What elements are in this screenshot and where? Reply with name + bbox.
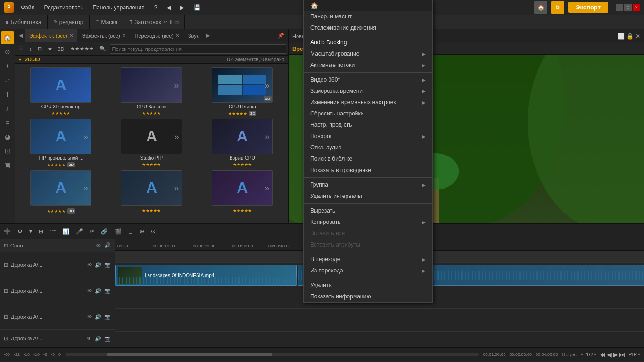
effect-item-gpu3d[interactable]: A GPU 3D-редактор ★★★★★ xyxy=(17,67,105,116)
tab-title[interactable]: T Заголовок ↩ ⬆ ▭ xyxy=(124,15,185,29)
stars-filter[interactable]: ★ xyxy=(46,45,54,53)
effects-tab-all1[interactable]: Эффекты: (все) ✕ xyxy=(25,29,77,42)
btn-play[interactable]: ▶ xyxy=(613,351,618,358)
sidebar-media[interactable]: ⊙ xyxy=(1,45,14,58)
nav-back[interactable]: ◀ xyxy=(164,3,173,12)
ctx-pan-zoom[interactable]: Панор. и масшт. xyxy=(304,11,432,22)
ctx-reset-settings[interactable]: Сбросить настройки xyxy=(304,108,432,119)
ctx-show-info[interactable]: Показать информацию xyxy=(304,291,432,302)
export-button[interactable]: Экспорт xyxy=(568,2,608,13)
effects-tab-transitions[interactable]: Переходы: (все) ✕ xyxy=(131,29,183,42)
sidebar-effects[interactable]: ✦ xyxy=(1,59,14,73)
sidebar-motion[interactable]: ⊡ xyxy=(1,144,14,157)
preview-expand-btn[interactable]: ⬜ xyxy=(618,33,625,40)
close-tab-1[interactable]: ✕ xyxy=(69,33,73,38)
close-btn[interactable]: ✕ xyxy=(633,4,640,11)
ctx-scaling[interactable]: Масштабирование ▶ xyxy=(304,48,432,59)
ctx-delete-intervals[interactable]: Удалить интервалы xyxy=(304,190,432,202)
ctx-video-360[interactable]: Видео 360° ▶ xyxy=(304,74,432,85)
track-eye-a2[interactable]: 👁 xyxy=(87,288,92,294)
ctx-group[interactable]: Группа ▶ xyxy=(304,179,432,190)
tl-add-btn[interactable]: ➕ xyxy=(2,227,13,236)
zoom-ratio-arrow[interactable]: ▾ xyxy=(594,352,596,357)
ctx-cut[interactable]: Вырезать xyxy=(304,205,432,216)
tl-mask-btn[interactable]: ◻ xyxy=(126,227,135,236)
ctx-show-explorer[interactable]: Показать в проводнике xyxy=(304,165,432,176)
menu-panel[interactable]: Панель управления xyxy=(90,3,147,12)
tl-settings-btn[interactable]: ⚙ xyxy=(16,227,25,236)
ctx-in-transition[interactable]: В переходе ▶ xyxy=(304,254,432,265)
tl-layer-btn[interactable]: ⊕ xyxy=(138,227,146,236)
track-eye-solo[interactable]: 👁 xyxy=(96,243,101,248)
timeline-scrollbar[interactable] xyxy=(66,353,479,356)
effect-item-e8[interactable]: A » ★★★★★ xyxy=(107,170,195,214)
zoom-dropdown-arrow[interactable]: ▾ xyxy=(581,352,583,357)
sort-btn[interactable]: ↕ xyxy=(27,45,34,53)
sidebar-music[interactable]: ♪ xyxy=(1,102,14,115)
btn-pip[interactable]: PIP xyxy=(628,352,637,357)
track-eye-a1[interactable]: 👁 xyxy=(87,262,92,268)
btn-play-back[interactable]: ◀ xyxy=(607,351,612,358)
expand-btn[interactable]: ▶ xyxy=(204,33,212,39)
section-collapse[interactable]: ▾ xyxy=(19,57,21,62)
sidebar-text[interactable]: T xyxy=(1,88,14,101)
close-tab-2[interactable]: ✕ xyxy=(122,33,126,38)
ctx-out-transition[interactable]: Из перехода ▶ xyxy=(304,265,432,276)
ctx-active-streams[interactable]: Активные потоки ▶ xyxy=(304,59,432,71)
ctx-rotate[interactable]: Поворот ▶ xyxy=(304,131,432,142)
btn-next-frame[interactable]: ⏭ xyxy=(619,351,626,358)
pip-arrow[interactable]: ▾ xyxy=(638,352,640,357)
menu-edit[interactable]: Редактировать xyxy=(41,3,86,12)
tl-extra-btn[interactable]: ⊙ xyxy=(149,227,157,236)
ctx-search-library[interactable]: Поиск в библ-ке xyxy=(304,153,432,165)
preview-settings-btn[interactable]: ✕ xyxy=(636,33,640,40)
ctx-copy[interactable]: Копировать ▶ xyxy=(304,216,432,228)
effect-item-gpuburst[interactable]: A » Взрыв GPU ★★★★★ xyxy=(198,119,286,167)
save-btn[interactable]: 💾 xyxy=(191,3,204,12)
ctx-freeze-time[interactable]: Заморозка времени ▶ xyxy=(304,85,432,97)
collapse-btn[interactable]: ◀ xyxy=(17,33,25,39)
tab-mask[interactable]: ◻ Маска xyxy=(90,15,124,29)
ctx-motion-track[interactable]: Отслеживание движения xyxy=(304,22,432,33)
close-tab-3[interactable]: ✕ xyxy=(175,33,179,38)
track-audio-a3[interactable]: 🔊 xyxy=(95,314,101,320)
grid-view-btn[interactable]: ⊞ xyxy=(36,45,44,53)
btn-zoom-ratio[interactable]: 1/2 xyxy=(586,352,593,357)
star-rating[interactable]: ★★★★★ xyxy=(68,45,96,53)
minimize-btn[interactable]: ─ xyxy=(616,4,623,11)
track-cam-a4[interactable]: 📷 xyxy=(104,336,111,342)
effects-tab-sound[interactable]: Звук xyxy=(184,29,203,42)
ctx-audio-ducking[interactable]: Audio Ducking xyxy=(304,37,432,48)
tl-link-btn[interactable]: 🔗 xyxy=(99,227,110,236)
track-audio-a4[interactable]: 🔊 xyxy=(95,336,101,342)
3d-toggle[interactable]: 3D xyxy=(56,45,66,53)
track-cam-a2[interactable]: 📷 xyxy=(104,288,111,294)
tl-wave-btn[interactable]: 〰 xyxy=(48,227,58,236)
tl-bar-btn[interactable]: 📊 xyxy=(60,227,71,236)
preview-lock-btn[interactable]: 🔒 xyxy=(627,33,634,40)
sidebar-transitions[interactable]: ⇌ xyxy=(1,74,14,87)
menu-help[interactable]: ? xyxy=(151,3,160,12)
tab-editor[interactable]: ✎ редактор xyxy=(48,15,90,29)
track-cam-a3[interactable]: 📷 xyxy=(104,314,111,320)
sidebar-info[interactable]: ▣ xyxy=(1,158,14,172)
track-eye-a4[interactable]: 👁 xyxy=(87,336,92,341)
sidebar-layers[interactable]: ≡ xyxy=(1,116,14,129)
effects-tab-all2[interactable]: Эффекты: (все) ✕ xyxy=(78,29,130,42)
tab-library[interactable]: ≡ Библиотека xyxy=(0,15,48,29)
ctx-adjust-duration[interactable]: Настр. прод-сть xyxy=(304,119,432,131)
effect-item-studiopip[interactable]: A » Studio PIP ★★★★★ xyxy=(107,119,195,167)
tl-collapse-btn[interactable]: ▾ xyxy=(27,227,34,236)
tl-film-btn[interactable]: 🎬 xyxy=(113,227,124,236)
nav-forward[interactable]: ▶ xyxy=(177,3,187,12)
tl-mic-btn[interactable]: 🎤 xyxy=(74,227,85,236)
scrollbar-thumb[interactable] xyxy=(107,353,272,356)
search-input[interactable] xyxy=(110,44,286,54)
ctx-change-time[interactable]: Изменение временных настроек ▶ xyxy=(304,97,432,108)
effect-item-e9[interactable]: A » ★★★★★ xyxy=(198,170,286,214)
pin-btn[interactable]: 📌 xyxy=(276,33,286,39)
sidebar-home[interactable]: 🏠 xyxy=(1,31,14,44)
tl-scissors-btn[interactable]: ✂ xyxy=(88,227,96,236)
home-btn[interactable]: 🏠 xyxy=(534,1,547,14)
effect-item-e7[interactable]: A » ★★★★★ 3D xyxy=(17,170,105,214)
